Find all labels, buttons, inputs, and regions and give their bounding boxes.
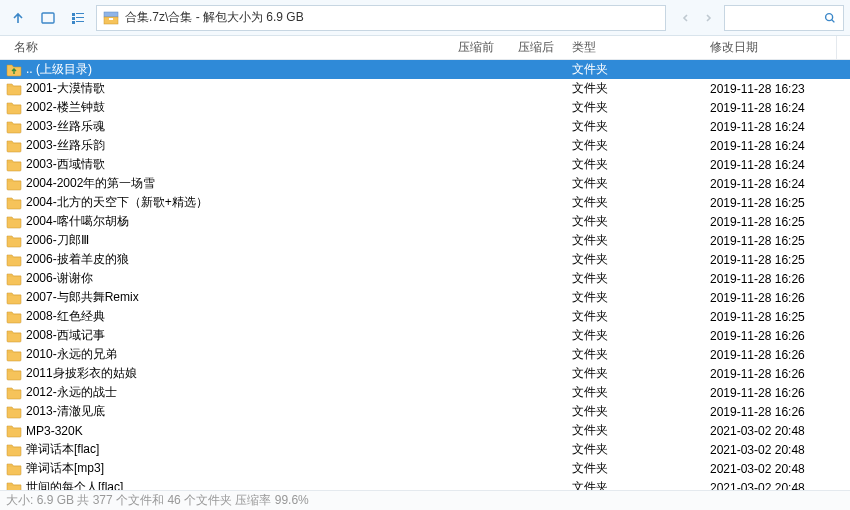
item-name: 2010-永远的兄弟 [26,346,440,363]
svg-rect-1 [72,13,75,16]
item-name: 2002-楼兰钟鼓 [26,99,440,116]
item-name: 世间的每个人[flac] [26,479,440,490]
list-item[interactable]: 2006-谢谢你文件夹2019-11-28 16:26 [0,269,850,288]
col-type[interactable]: 类型 [560,39,710,56]
item-date: 文件夹 [560,479,710,490]
list-item[interactable]: 2002-楼兰钟鼓文件夹2019-11-28 16:24 [0,98,850,117]
list-item[interactable]: 2007-与郎共舞Remix文件夹2019-11-28 16:26 [0,288,850,307]
folder-icon [6,81,22,97]
col-compressed-before[interactable]: 压缩前 [440,39,500,56]
folder-icon [6,366,22,382]
item-date: 文件夹 [560,327,710,344]
view-list-icon[interactable] [66,6,90,30]
item-date: 文件夹 [560,99,710,116]
list-item[interactable]: 2003-西域情歌文件夹2019-11-28 16:24 [0,155,850,174]
item-name: 2006-刀郎Ⅲ [26,232,440,249]
folder-icon [6,214,22,230]
status-bar: 大小: 6.9 GB 共 377 个文件和 46 个文件夹 压缩率 99.6% [0,490,850,510]
archive-icon [103,10,119,26]
item-date: 文件夹 [560,365,710,382]
folder-icon [6,138,22,154]
item-date: 文件夹 [560,61,710,78]
list-item[interactable]: 2013-清澈见底文件夹2019-11-28 16:26 [0,402,850,421]
svg-rect-5 [76,17,84,18]
item-name: 2004-2002年的第一场雪 [26,175,440,192]
path-box[interactable]: 合集.7z\合集 - 解包大小为 6.9 GB [96,5,666,31]
folder-icon [6,157,22,173]
item-date: 文件夹 [560,422,710,439]
svg-rect-4 [76,13,84,14]
item-date: 文件夹 [560,289,710,306]
toolbar: 合集.7z\合集 - 解包大小为 6.9 GB [0,0,850,36]
item-name: 2006-披着羊皮的狼 [26,251,440,268]
folder-icon [6,309,22,325]
list-item[interactable]: 2012-永远的战士文件夹2019-11-28 16:26 [0,383,850,402]
item-date: 文件夹 [560,308,710,325]
item-name: 2003-丝路乐魂 [26,118,440,135]
item-name: 2001-大漠情歌 [26,80,440,97]
list-item[interactable]: 2006-披着羊皮的狼文件夹2019-11-28 16:25 [0,250,850,269]
search-box[interactable] [724,5,844,31]
item-name: 2004-北方的天空下（新歌+精选） [26,194,440,211]
back-arrow[interactable] [676,6,696,30]
open-icon[interactable] [36,6,60,30]
item-name: 2003-丝路乐韵 [26,137,440,154]
item-date: 文件夹 [560,118,710,135]
list-item[interactable]: 2004-北方的天空下（新歌+精选）文件夹2019-11-28 16:25 [0,193,850,212]
list-item[interactable]: 2011身披彩衣的姑娘文件夹2019-11-28 16:26 [0,364,850,383]
item-date: 文件夹 [560,137,710,154]
list-item[interactable]: 2001-大漠情歌文件夹2019-11-28 16:23 [0,79,850,98]
col-name[interactable]: 名称 [14,39,440,56]
folder-icon [6,347,22,363]
svg-rect-7 [104,12,118,17]
status-text: 大小: 6.9 GB 共 377 个文件和 46 个文件夹 压缩率 99.6% [6,492,309,509]
list-item[interactable]: 2008-西域记事文件夹2019-11-28 16:26 [0,326,850,345]
item-date: 文件夹 [560,156,710,173]
item-date: 文件夹 [560,384,710,401]
item-name: 2006-谢谢你 [26,270,440,287]
item-name: 2008-西域记事 [26,327,440,344]
forward-arrow[interactable] [698,6,718,30]
list-item[interactable]: .. (上级目录)文件夹 [0,60,850,79]
file-list[interactable]: .. (上级目录)文件夹2001-大漠情歌文件夹2019-11-28 16:23… [0,60,850,490]
svg-point-10 [826,13,833,20]
list-item[interactable]: 2003-丝路乐魂文件夹2019-11-28 16:24 [0,117,850,136]
list-item[interactable]: 2003-丝路乐韵文件夹2019-11-28 16:24 [0,136,850,155]
col-date[interactable]: 修改日期 [710,39,850,56]
folder-icon [6,233,22,249]
item-date: 文件夹 [560,270,710,287]
list-item[interactable]: 2004-喀什噶尔胡杨文件夹2019-11-28 16:25 [0,212,850,231]
item-name: 2004-喀什噶尔胡杨 [26,213,440,230]
folder-icon [6,423,22,439]
svg-rect-2 [72,17,75,20]
item-name: 弹词话本[mp3] [26,460,440,477]
item-date: 文件夹 [560,80,710,97]
item-name: MP3-320K [26,424,440,438]
nav-arrows [676,6,718,30]
item-date: 文件夹 [560,175,710,192]
folder-icon [6,328,22,344]
column-header[interactable]: 名称 压缩前 压缩后 类型 修改日期 [0,36,850,60]
folder-icon [6,404,22,420]
list-item[interactable]: 2008-红色经典文件夹2019-11-28 16:25 [0,307,850,326]
list-item[interactable]: 弹词话本[mp3]文件夹2021-03-02 20:48 [0,459,850,478]
list-item[interactable]: MP3-320K文件夹2021-03-02 20:48 [0,421,850,440]
item-name: 2003-西域情歌 [26,156,440,173]
folder-icon [6,100,22,116]
folder-icon [6,195,22,211]
folder-icon [6,252,22,268]
up-button[interactable] [6,6,30,30]
list-item[interactable]: 世间的每个人[flac]文件夹2021-03-02 20:48 [0,478,850,490]
item-date: 文件夹 [560,403,710,420]
item-name: 2011身披彩衣的姑娘 [26,365,440,382]
item-name: 弹词话本[flac] [26,441,440,458]
col-compressed-after[interactable]: 压缩后 [500,39,560,56]
list-item[interactable]: 2006-刀郎Ⅲ文件夹2019-11-28 16:25 [0,231,850,250]
up-folder-icon [6,62,22,78]
list-item[interactable]: 2010-永远的兄弟文件夹2019-11-28 16:26 [0,345,850,364]
list-item[interactable]: 弹词话本[flac]文件夹2021-03-02 20:48 [0,440,850,459]
list-item[interactable]: 2004-2002年的第一场雪文件夹2019-11-28 16:24 [0,174,850,193]
item-date: 文件夹 [560,213,710,230]
folder-icon [6,290,22,306]
item-date: 文件夹 [560,441,710,458]
